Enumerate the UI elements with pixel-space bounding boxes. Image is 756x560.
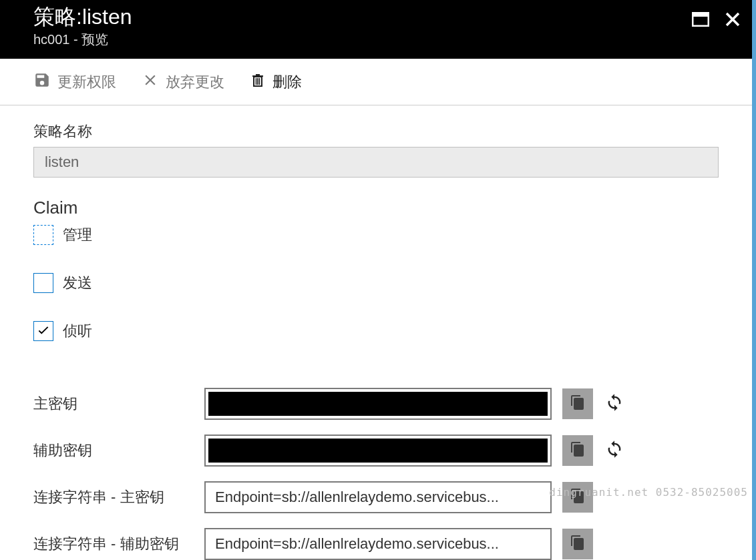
refresh-icon	[605, 440, 624, 461]
page-title: 策略:listen	[33, 4, 719, 29]
primary-key-row: 主密钥	[33, 388, 719, 420]
primary-key-label: 主密钥	[33, 394, 194, 414]
secondary-key-row: 辅助密钥	[33, 435, 719, 467]
save-icon	[33, 71, 51, 93]
copy-icon	[570, 535, 586, 553]
policy-name-input[interactable]	[33, 147, 719, 178]
refresh-icon	[605, 393, 624, 414]
copy-icon	[570, 441, 586, 460]
svg-rect-1	[693, 13, 709, 17]
copy-secondary-key-button[interactable]	[562, 435, 593, 466]
copy-primary-key-button[interactable]	[562, 388, 593, 419]
claim-manage-checkbox[interactable]	[33, 225, 53, 245]
blade-header: 策略:listen hc001 - 预览	[0, 0, 752, 59]
save-label: 更新权限	[57, 72, 116, 92]
regenerate-secondary-key-button[interactable]	[604, 440, 625, 461]
discard-label: 放弃更改	[166, 72, 224, 92]
policy-name-label: 策略名称	[33, 121, 719, 142]
claim-send-label: 发送	[63, 273, 92, 293]
save-button[interactable]: 更新权限	[33, 71, 116, 93]
claim-send-row: 发送	[33, 273, 719, 293]
maximize-icon[interactable]	[692, 12, 709, 29]
discard-button[interactable]: 放弃更改	[142, 71, 224, 93]
cancel-icon	[142, 71, 159, 93]
delete-button[interactable]: 删除	[250, 71, 302, 93]
right-edge-accent	[752, 0, 756, 560]
primary-conn-input[interactable]	[204, 481, 552, 513]
claim-manage-row: 管理	[33, 225, 719, 245]
claim-manage-label: 管理	[63, 225, 92, 245]
regenerate-primary-key-button[interactable]	[604, 393, 625, 414]
close-icon[interactable]	[725, 12, 740, 29]
copy-secondary-conn-button[interactable]	[562, 529, 593, 559]
secondary-conn-row: 连接字符串 - 辅助密钥	[33, 528, 719, 560]
toolbar: 更新权限 放弃更改 删除	[0, 59, 752, 105]
delete-label: 删除	[272, 72, 302, 92]
claim-listen-label: 侦听	[63, 321, 92, 341]
claim-listen-row: 侦听	[33, 321, 719, 341]
claim-send-checkbox[interactable]	[33, 273, 53, 293]
claim-listen-checkbox[interactable]	[33, 321, 53, 341]
primary-conn-label: 连接字符串 - 主密钥	[33, 487, 194, 507]
secondary-conn-label: 连接字符串 - 辅助密钥	[33, 534, 194, 554]
claim-section-title: Claim	[33, 198, 719, 218]
copy-icon	[570, 394, 586, 413]
secondary-key-label: 辅助密钥	[33, 441, 194, 461]
page-subtitle: hc001 - 预览	[33, 31, 719, 49]
primary-key-input[interactable]	[204, 388, 552, 420]
secondary-key-input[interactable]	[204, 435, 552, 467]
trash-icon	[250, 71, 266, 93]
secondary-conn-input[interactable]	[204, 528, 552, 560]
watermark: dingruanit.net 0532-85025005	[549, 486, 748, 499]
